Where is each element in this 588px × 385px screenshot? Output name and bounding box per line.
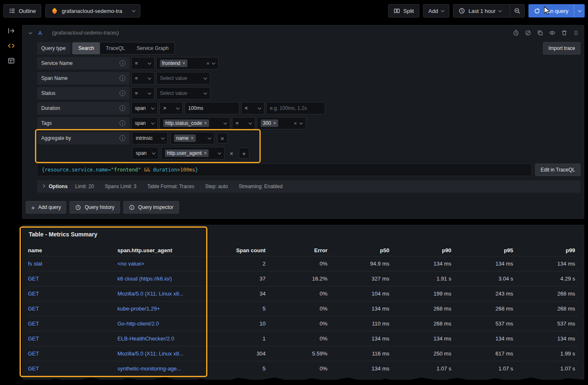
remove-chip-icon[interactable]: × [182,61,185,66]
aggregate-scope-select-1[interactable]: intrinsic [132,132,168,144]
clear-icon[interactable]: × [294,121,297,126]
cell-name[interactable]: GET [28,306,117,312]
remove-aggregate-button[interactable]: × [217,133,228,144]
aggregate-value-select-2[interactable]: http.user_agent × [161,147,224,159]
add-query-button[interactable]: + Add query [26,201,66,214]
cell-name[interactable]: GET [28,276,117,282]
tab-service-graph[interactable]: Service Graph [131,42,174,54]
tags-key-select[interactable]: http.status_code × [159,117,230,129]
cell-name[interactable]: GET [28,320,117,327]
time-range-button[interactable]: Last 1 hour [453,5,506,17]
remove-query-icon[interactable] [561,30,568,36]
cell-user-agent[interactable]: kube-probe/1.29+ [117,306,207,312]
tags-value-select[interactable]: 300 × × [257,117,306,129]
cell-user-agent[interactable]: Go-http-client/2.0 [117,320,207,327]
col-p50[interactable]: p50 [331,247,393,253]
datasource-picker[interactable]: grafanacloud-sedemo-tra [45,4,140,17]
col-user-agent[interactable]: span.http.user_agent [117,247,207,253]
remove-aggregate-button[interactable]: × [227,148,236,159]
col-error[interactable]: Error [269,247,331,253]
options-summary: Limit: 20 Spans Limit: 3 Table Format: T… [75,184,286,189]
outline-button[interactable]: Outline [3,4,41,17]
zoom-out-time-button[interactable] [510,5,524,17]
remove-chip-icon[interactable]: × [191,136,194,141]
cell-user-agent[interactable]: Mozilla/5.0 (X11; Linux x8... [117,291,207,297]
clear-icon[interactable]: × [206,61,209,66]
option-limit: Limit: 20 [75,184,94,189]
col-span-count[interactable]: Span count [207,247,269,253]
col-name[interactable]: name [28,247,117,253]
duration-row: Duration i span > < [37,102,581,114]
value-chip: http.status_code × [163,119,209,127]
options-collapse-bar[interactable]: Options Limit: 20 Spans Limit: 3 Table F… [37,180,581,193]
add-aggregate-button[interactable]: + [239,148,249,159]
col-p99[interactable]: p99 [516,247,578,253]
queries-section-button[interactable] [5,40,17,52]
table-section-button[interactable] [5,55,17,67]
info-icon[interactable]: i [120,75,125,81]
remove-chip-icon[interactable]: × [273,121,276,126]
cell-name[interactable]: GET [28,291,117,297]
span-name-value-select[interactable]: Select value [156,72,210,84]
query-history-button[interactable]: Query history [70,201,120,214]
chevron-down-icon [176,106,179,109]
chevron-down-icon [204,91,207,94]
cell-user-agent[interactable]: <no value> [117,261,207,267]
run-query-dropdown-button[interactable] [574,4,585,17]
aggregate-value-select-1[interactable]: name × [170,132,214,144]
cell-p50: 116 ms [331,350,393,357]
remove-chip-icon[interactable]: × [204,121,207,126]
scope-value: span [136,150,147,156]
timer-icon[interactable] [513,30,519,36]
copy-query-icon[interactable] [537,30,543,36]
cell-user-agent[interactable]: k6 cloud (https://k6.io/) [117,276,207,282]
status-value-select[interactable]: Select value [156,87,210,99]
drag-handle-icon[interactable] [573,30,579,36]
import-trace-button[interactable]: Import trace [543,42,581,55]
add-button[interactable]: Add [423,4,449,17]
info-icon[interactable]: i [120,120,125,126]
service-name-operator-select[interactable]: = [131,57,154,70]
span-name-operator-select[interactable]: = [131,72,154,84]
hide-response-icon[interactable] [549,30,556,36]
col-p90[interactable]: p90 [393,247,455,253]
chevron-down-icon [218,151,221,154]
duration-max-operator-select[interactable]: < [241,102,264,114]
chevron-down-icon [578,8,581,12]
tags-scope-select[interactable]: span [131,117,158,129]
options-label: Options [49,184,67,189]
collapse-pane-button[interactable] [5,25,17,37]
split-button[interactable]: Split [388,4,419,17]
info-icon[interactable]: i [120,105,125,111]
disable-query-icon[interactable] [525,30,531,36]
tab-search[interactable]: Search [72,42,100,54]
label-text: Status [41,90,55,96]
duration-min-input[interactable] [184,102,239,114]
duration-min-operator-select[interactable]: > [159,102,183,114]
aggregate-scope-select-2[interactable]: span [132,147,159,159]
duration-scope-select[interactable]: span [131,102,158,114]
cell-user-agent[interactable]: Mozilla/5.0 (X11; Linux x8... [117,350,207,357]
duration-max-input[interactable] [266,102,325,114]
collapse-query-icon[interactable] [29,30,32,34]
cell-name[interactable]: GET [28,350,117,357]
edit-in-traceql-button[interactable]: Edit in TraceQL [535,164,581,176]
run-query-button[interactable]: Run query [528,4,574,17]
tags-operator-select[interactable]: = [232,117,255,129]
col-p95[interactable]: p95 [455,247,517,253]
query-inspector-button[interactable]: Query inspector [123,201,179,214]
cell-p50: 134 ms [331,335,393,342]
tab-traceql[interactable]: TraceQL [100,42,131,54]
info-icon[interactable]: i [120,60,125,66]
cell-user-agent[interactable]: synthetic-monitoring-age... [117,365,207,372]
cell-name[interactable]: GET [28,335,117,342]
cell-name[interactable]: GET [28,365,117,372]
status-operator-select[interactable]: = [131,87,154,99]
info-icon[interactable]: i [120,135,125,141]
cell-name[interactable]: fs stat [28,261,117,267]
table-icon [7,57,15,65]
info-icon[interactable]: i [120,90,125,96]
cell-user-agent[interactable]: ELB-HealthChecker/2.0 [117,335,207,342]
remove-chip-icon[interactable]: × [204,151,207,156]
service-name-value-select[interactable]: frontend × × [156,57,219,70]
